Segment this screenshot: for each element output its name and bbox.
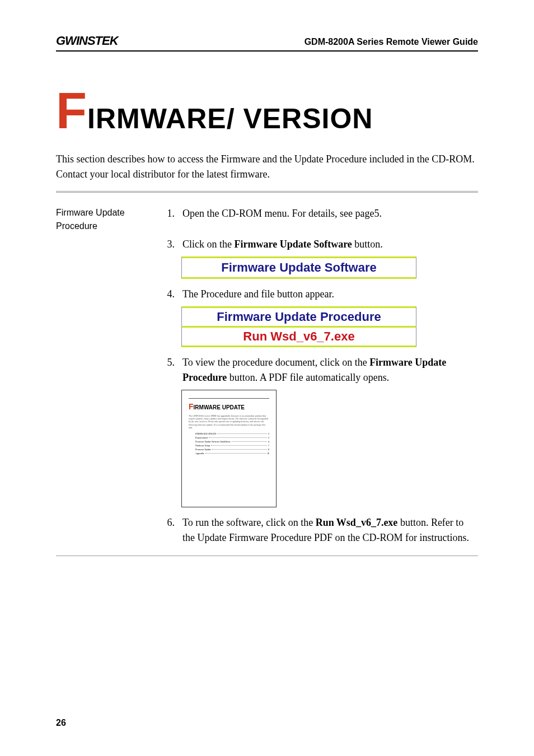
pdf-body-text: The GDM-8200A series DMM has upgradable … xyxy=(189,414,269,429)
step-1: 1. Open the CD-ROM menu. For details, se… xyxy=(165,206,478,221)
steps-column: 1. Open the CD-ROM menu. For details, se… xyxy=(165,206,478,550)
step-text: To run the software, click on the Run Ws… xyxy=(182,515,478,545)
step-text-before: Open the CD-ROM menu. For details, see p… xyxy=(182,208,382,219)
page-number: 26 xyxy=(56,718,66,728)
step-text: To view the procedure document, click on… xyxy=(182,355,478,385)
firmware-update-software-button[interactable]: Firmware Update Software xyxy=(181,256,416,279)
pdf-toc-row: Hardware Setup7 xyxy=(195,444,269,447)
pdf-toc: FIRMWARE UPDATE3 Requirements3 Firmware … xyxy=(195,432,269,455)
pdf-toc-row: Requirements3 xyxy=(195,436,269,439)
content-row: Firmware Update Procedure 1. Open the CD… xyxy=(56,206,478,550)
title-dropcap: F xyxy=(56,83,87,139)
pdf-title-rest: IRMWARE UPDATE xyxy=(194,404,245,410)
logo: GWINSTEK xyxy=(56,34,118,48)
pdf-toc-row: FIRMWARE UPDATE3 xyxy=(195,432,269,435)
page-header: GWINSTEK GDM-8200A Series Remote Viewer … xyxy=(56,34,478,52)
firmware-update-procedure-button[interactable]: Firmware Update Procedure xyxy=(181,306,416,328)
step-text: The Procedure and file button appear. xyxy=(182,287,478,302)
pdf-thumbnail: FIRMWARE UPDATE The GDM-8200A series DMM… xyxy=(181,390,277,507)
step-text-after: button. A PDF file automatically opens. xyxy=(227,372,389,383)
step-text-bold: Firmware Update Software xyxy=(235,239,352,250)
step-text-bold: Run Wsd_v6_7.exe xyxy=(316,517,398,528)
bottom-divider xyxy=(56,556,478,556)
section-label: Firmware Update Procedure xyxy=(56,206,151,550)
main-title: FIRMWARE/ VERSION xyxy=(56,91,478,135)
intro-paragraph: This section describes how to access the… xyxy=(56,152,478,193)
step-3: 3. Click on the Firmware Update Software… xyxy=(165,237,478,252)
button-stack: Firmware Update Procedure Run Wsd_v6_7.e… xyxy=(181,306,416,347)
pdf-title-dropcap: F xyxy=(189,402,194,411)
header-title: GDM-8200A Series Remote Viewer Guide xyxy=(305,37,478,47)
step-text: Click on the Firmware Update Software bu… xyxy=(182,237,478,252)
step-number: 5. xyxy=(165,355,175,385)
step-text-before: To run the software, click on the xyxy=(182,517,316,528)
step-text-before: Click on the xyxy=(182,239,235,250)
run-wsd-exe-button[interactable]: Run Wsd_v6_7.exe xyxy=(181,326,416,347)
step-number: 3. xyxy=(165,237,175,252)
pdf-title: FIRMWARE UPDATE xyxy=(189,398,269,411)
step-5: 5. To view the procedure document, click… xyxy=(165,355,478,385)
step-6: 6. To run the software, click on the Run… xyxy=(165,515,478,545)
step-text-before: To view the procedure document, click on… xyxy=(182,357,369,368)
logo-text: GWINSTEK xyxy=(56,34,118,48)
step-number: 6. xyxy=(165,515,175,545)
step-text: Open the CD-ROM menu. For details, see p… xyxy=(182,206,478,221)
step-text-after: button. xyxy=(352,239,383,250)
pdf-toc-row: Firmware Update Software Installation4 xyxy=(195,440,269,443)
step-4: 4. The Procedure and file button appear. xyxy=(165,287,478,302)
pdf-toc-row: Appendix16 xyxy=(195,452,269,455)
step-number: 1. xyxy=(165,206,175,221)
title-rest: IRMWARE/ VERSION xyxy=(87,103,373,134)
step-number: 4. xyxy=(165,287,175,302)
pdf-toc-row: Firmware Update8 xyxy=(195,448,269,451)
step-text-before: The Procedure and file button appear. xyxy=(182,288,334,300)
